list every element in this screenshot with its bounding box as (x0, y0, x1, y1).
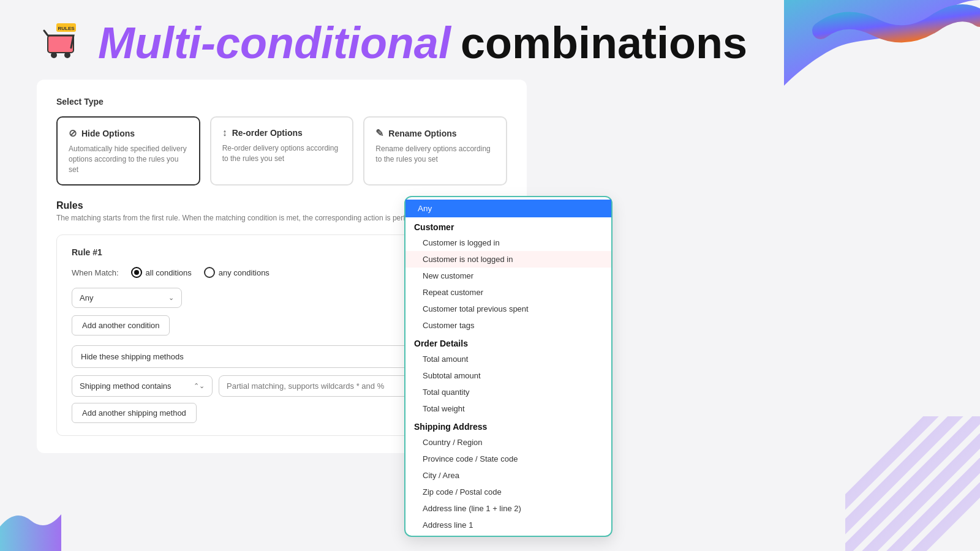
dropdown-item-logged-in[interactable]: Customer is logged in (405, 234, 611, 251)
radio-all-label: all conditions (146, 268, 192, 277)
dropdown-item-address-line-1[interactable]: Address line 1 (405, 517, 611, 533)
dropdown-item-total-quantity[interactable]: Total quantity (405, 384, 611, 400)
type-card-hide[interactable]: ⊘ Hide Options Automatically hide specif… (56, 116, 200, 186)
dropdown-item-total-amount[interactable]: Total amount (405, 351, 611, 367)
dropdown-item-total-weight[interactable]: Total weight (405, 400, 611, 417)
condition-select[interactable]: Any ⌄ (72, 288, 182, 308)
select-type-label: Select Type (56, 97, 507, 107)
reorder-icon: ↕ (222, 127, 227, 138)
dropdown-item-new-customer[interactable]: New customer (405, 268, 611, 284)
radio-any-label: any conditions (219, 268, 270, 277)
rename-icon: ✎ (375, 127, 383, 139)
dropdown-item-country-region[interactable]: Country / Region (405, 434, 611, 451)
select-type-section: Select Type ⊘ Hide Options Automatically… (56, 97, 507, 186)
page-heading: Multi-conditional combinations (98, 21, 747, 65)
condition-dropdown: Any Customer Customer is logged in Custo… (404, 196, 612, 537)
hide-options-label: Hide Options (81, 129, 135, 138)
shipping-method-select[interactable]: Shipping method contains ⌃⌄ (72, 375, 213, 397)
dropdown-item-repeat-customer[interactable]: Repeat customer (405, 284, 611, 301)
type-card-rename[interactable]: ✎ Rename Options Rename delivery options… (363, 116, 507, 186)
dropdown-item-province-state[interactable]: Province code / State code (405, 451, 611, 467)
shipping-method-chevron-icon: ⌃⌄ (194, 382, 205, 390)
svg-point-8 (51, 52, 57, 58)
dropdown-item-zip-postal[interactable]: Zip code / Postal code (405, 484, 611, 500)
heading-purple: Multi-conditional (98, 21, 451, 65)
hide-methods-label: Hide these shipping methods (81, 352, 184, 361)
radio-all-conditions[interactable]: all conditions (131, 267, 192, 278)
svg-rect-7 (49, 37, 72, 51)
add-condition-button[interactable]: Add another condition (72, 315, 170, 335)
radio-any-circle (204, 267, 215, 278)
when-match-label: When Match: (72, 268, 119, 277)
condition-chevron-icon: ⌄ (168, 294, 174, 302)
rename-options-label: Rename Options (388, 129, 456, 138)
heading-black: combinations (461, 21, 747, 65)
radio-any-conditions[interactable]: any conditions (204, 267, 270, 278)
dropdown-item-not-logged-in[interactable]: Customer is not logged in (405, 251, 611, 268)
radio-all-circle (131, 267, 142, 278)
svg-point-9 (64, 52, 70, 58)
svg-text:RULES: RULES (58, 26, 75, 31)
dropdown-item-total-previous-spent[interactable]: Customer total previous spent (405, 301, 611, 317)
dropdown-category-customer: Customer (405, 217, 611, 234)
rename-options-desc: Rename delivery options according to the… (375, 144, 495, 165)
hide-icon: ⊘ (69, 127, 77, 139)
dropdown-item-subtotal-amount[interactable]: Subtotal amount (405, 367, 611, 384)
type-cards: ⊘ Hide Options Automatically hide specif… (56, 116, 507, 186)
wave-decoration-bottom-left (0, 478, 61, 551)
hide-options-desc: Automatically hide specified delivery op… (69, 144, 188, 174)
logo: RULES (37, 18, 86, 67)
logo-icon: RULES (37, 18, 86, 67)
reorder-options-label: Re-order Options (232, 128, 303, 138)
add-shipping-method-button[interactable]: Add another shipping method (72, 403, 197, 423)
reorder-options-desc: Re-order delivery options according to t… (222, 143, 342, 164)
page-header: RULES Multi-conditional combinations (37, 18, 943, 67)
dropdown-item-address-line-both[interactable]: Address line (line 1 + line 2) (405, 500, 611, 517)
dropdown-item-customer-tags[interactable]: Customer tags (405, 317, 611, 334)
type-card-reorder[interactable]: ↕ Re-order Options Re-order delivery opt… (210, 116, 354, 186)
dropdown-item-city-area[interactable]: City / Area (405, 467, 611, 484)
dropdown-item-any[interactable]: Any (405, 200, 611, 217)
shipping-method-label: Shipping method contains (80, 381, 172, 391)
dropdown-category-order-details: Order Details (405, 334, 611, 351)
condition-value: Any (80, 293, 93, 302)
dropdown-category-shipping-address: Shipping Address (405, 417, 611, 434)
